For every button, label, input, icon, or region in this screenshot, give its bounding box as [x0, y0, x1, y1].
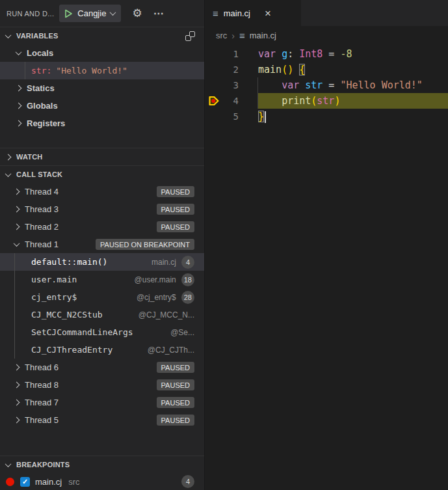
gutter-glyph[interactable]: [205, 77, 223, 93]
gutter-glyph[interactable]: [205, 109, 223, 124]
paused-badge: PAUSED: [157, 221, 194, 232]
callstack-frame-row[interactable]: SetCJCommandLineArgs@Se...: [0, 323, 204, 341]
breadcrumb-file[interactable]: main.cj: [250, 31, 276, 40]
chevron-down-icon[interactable]: [5, 461, 12, 467]
callstack-section-header[interactable]: CALL STACK: [0, 165, 204, 183]
code-text: main() {: [258, 62, 448, 77]
code-line[interactable]: 2main() {: [205, 62, 448, 77]
frame-source: @Se...: [170, 328, 194, 337]
editor-tab-bar: ≡ main.cj ×: [205, 0, 448, 26]
code-line[interactable]: 1var g: Int8 = -8: [205, 46, 448, 62]
chevron-right-icon[interactable]: [14, 382, 20, 388]
callstack-thread-row[interactable]: Thread 7PAUSED: [0, 394, 204, 411]
breakpoint-item-row[interactable]: ✓ main.cj src 4: [0, 473, 204, 490]
editor-area: ≡ main.cj × src › ≡ main.cj 1var g: Int8…: [205, 0, 448, 490]
gutter-glyph[interactable]: [205, 62, 223, 77]
code-text: print(str): [258, 93, 448, 109]
chevron-down-icon[interactable]: [5, 32, 12, 38]
chevron-right-icon[interactable]: [14, 417, 20, 424]
callstack-frame-row[interactable]: user.main@user.main18: [0, 271, 204, 288]
variables-section-header[interactable]: VARIABLES: [0, 27, 204, 44]
variables-locals-row[interactable]: Locals: [0, 44, 204, 62]
thread-label: Thread 7: [25, 398, 59, 407]
debug-config-label: Cangjie: [77, 8, 106, 18]
chevron-down-icon[interactable]: [5, 170, 12, 177]
frame-name: cj_entry$: [31, 292, 77, 302]
paused-badge: PAUSED: [157, 415, 194, 426]
thread-label: Thread 3: [25, 204, 59, 214]
frame-name: user.main: [31, 275, 77, 284]
chevron-right-icon[interactable]: [14, 189, 20, 195]
panel-title: RUN AND D...: [7, 10, 54, 18]
chevron-right-icon[interactable]: [14, 224, 20, 230]
code-text: }: [258, 109, 448, 124]
code-token: (: [311, 95, 317, 107]
breakpoints-section-header[interactable]: BREAKPOINTS: [0, 456, 204, 473]
indent-guide: [239, 109, 258, 124]
more-icon[interactable]: ⋯: [153, 8, 165, 19]
debug-toolbar: RUN AND D... Cangjie ⚙ ⋯: [0, 0, 204, 27]
variables-globals-row[interactable]: Globals: [0, 97, 204, 115]
chevron-down-icon[interactable]: [14, 240, 20, 247]
frame-name: CJ_MCC_N2CStub: [31, 310, 103, 320]
close-icon[interactable]: ×: [265, 8, 271, 19]
tab-main-cj[interactable]: ≡ main.cj ×: [205, 0, 301, 26]
code-token: Int8: [299, 48, 323, 60]
chevron-down-icon[interactable]: [16, 49, 22, 55]
code-text: var g: Int8 = -8: [258, 46, 448, 62]
breakpoint-checkbox[interactable]: ✓: [20, 477, 30, 487]
collapse-all-icon[interactable]: [185, 31, 195, 41]
chevron-right-icon[interactable]: [5, 154, 12, 160]
paused-badge: PAUSED: [157, 204, 194, 215]
code-line[interactable]: 5}: [205, 109, 448, 124]
code-token: =: [323, 79, 340, 91]
gutter-glyph[interactable]: [205, 46, 223, 62]
callstack-thread-row[interactable]: Thread 8PAUSED: [0, 376, 204, 394]
vscode-debug-window: RUN AND D... Cangjie ⚙ ⋯ VARIABLES Local…: [0, 0, 448, 490]
breakpoint-file: main.cj: [35, 477, 62, 487]
code-line[interactable]: 3 var str = "Hello World!": [205, 77, 448, 93]
chevron-right-icon[interactable]: [14, 364, 20, 371]
code-token: :: [287, 48, 299, 60]
breakpoint-line-badge: 4: [181, 475, 194, 488]
variable-name: str:: [31, 66, 51, 75]
code-token: var: [282, 79, 299, 91]
variables-registers-row[interactable]: Registers: [0, 115, 204, 132]
callstack-thread-row[interactable]: Thread 5PAUSED: [0, 411, 204, 429]
chevron-right-icon[interactable]: [14, 400, 20, 406]
variables-statics-row[interactable]: Statics: [0, 79, 204, 97]
callstack-thread-row[interactable]: Thread 6PAUSED: [0, 359, 204, 376]
chevron-right-icon[interactable]: [16, 103, 22, 109]
current-line-breakpoint-icon[interactable]: [205, 93, 223, 109]
callstack-frame-row[interactable]: CJ_MCC_N2CStub@CJ_MCC_N...: [0, 306, 204, 323]
breadcrumb-folder[interactable]: src: [216, 31, 227, 40]
callstack-frame-row[interactable]: CJ_CJThreadEntry@CJ_CJTh...: [0, 341, 204, 359]
callstack-thread-row[interactable]: Thread 2PAUSED: [0, 218, 204, 236]
code-token: [299, 79, 305, 91]
gear-icon[interactable]: ⚙: [132, 8, 142, 19]
frame-source: @CJ_MCC_N...: [138, 310, 194, 320]
line-number-badge: 4: [181, 256, 194, 269]
indent-guide: [239, 77, 258, 93]
code-line[interactable]: 4 print(str): [205, 93, 448, 109]
line-number: 3: [223, 77, 239, 93]
chevron-right-icon: ›: [231, 31, 235, 41]
watch-section-header[interactable]: WATCH: [0, 148, 204, 165]
callstack-thread-row[interactable]: Thread 1PAUSED ON BREAKPOINT: [0, 236, 204, 253]
code-token: =: [323, 48, 340, 60]
debug-config-dropdown[interactable]: Cangjie: [59, 5, 121, 22]
chevron-right-icon[interactable]: [14, 206, 20, 213]
callstack-frame-row[interactable]: cj_entry$@cj_entry$28: [0, 288, 204, 306]
thread-label: Thread 8: [25, 380, 59, 390]
callstack-thread-row[interactable]: Thread 3PAUSED: [0, 200, 204, 218]
callstack-frame-row[interactable]: default::main()main.cj4: [0, 253, 204, 271]
chevron-down-icon: [110, 9, 116, 16]
code-editor[interactable]: 1var g: Int8 = -82main() {3 var str = "H…: [205, 45, 448, 490]
file-icon: ≡: [213, 8, 218, 18]
play-icon[interactable]: [64, 9, 73, 18]
callstack-thread-row[interactable]: Thread 4PAUSED: [0, 183, 204, 200]
chevron-right-icon[interactable]: [16, 120, 22, 127]
variable-row-str[interactable]: str: "Hello World!": [0, 62, 204, 79]
line-number-badge: 18: [181, 273, 194, 286]
chevron-right-icon[interactable]: [16, 85, 22, 92]
